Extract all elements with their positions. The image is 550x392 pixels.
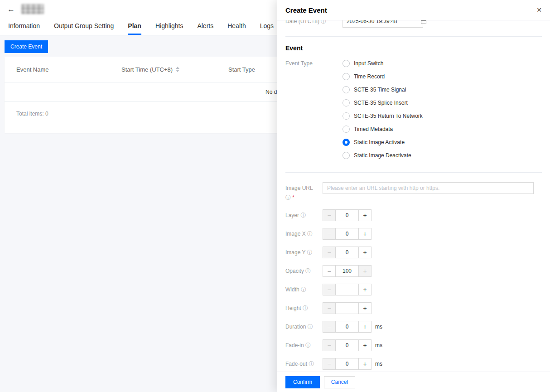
info-icon: ⓘ [300,212,306,218]
decrement-button[interactable]: − [323,358,336,370]
confirm-button[interactable]: Confirm [285,376,320,388]
radio-icon[interactable] [343,99,350,106]
increment-button[interactable]: + [358,209,371,221]
fade-in-stepper: − + [323,339,371,351]
decrement-button[interactable]: − [323,284,336,295]
height-stepper: − + [323,302,371,314]
radio-icon[interactable] [343,112,350,120]
date-label-text: Date (UTC+8) [285,20,319,24]
increment-button[interactable]: + [358,265,371,277]
fade-out-stepper: − + [323,358,371,370]
height-label: Height ⓘ [285,305,323,312]
image-url-label: Image URL ⓘ* [285,182,323,201]
radio-time-record[interactable]: Time Record [343,70,423,83]
field-image-url: Image URL ⓘ* [285,182,542,201]
info-icon: ⓘ [305,268,311,274]
tab-logs[interactable]: Logs [260,22,274,35]
radio-icon[interactable] [343,60,350,67]
required-mark: * [292,194,294,201]
info-icon: ⓘ [308,324,313,330]
duration-input[interactable] [336,321,358,333]
radio-static-image-activate[interactable]: Static Image Activate [343,136,423,149]
opacity-input[interactable] [336,265,358,277]
width-input[interactable] [336,284,358,295]
tab-health[interactable]: Health [227,22,246,35]
increment-button[interactable]: + [358,339,371,351]
divider [285,172,542,173]
field-fade-in: Fade-in ⓘ − + ms [285,339,542,351]
increment-button[interactable]: + [358,247,371,258]
decrement-button[interactable]: − [323,209,336,221]
decrement-button[interactable]: − [323,265,336,277]
increment-button[interactable]: + [358,321,371,333]
layer-stepper: − + [323,209,371,221]
date-label: Date (UTC+8) ⓘ [285,20,343,25]
unit-suffix: ms [375,324,382,330]
opacity-label: Opacity ⓘ [285,267,323,275]
field-opacity: Opacity ⓘ − + [285,265,542,277]
increment-button[interactable]: + [358,228,371,240]
radio-icon[interactable] [343,152,350,159]
radio-label: Timed Metadata [354,126,393,132]
tab-alerts[interactable]: Alerts [197,22,213,35]
radio-scte35-return-to-network[interactable]: SCTE-35 Return To Network [343,109,423,122]
image-y-input[interactable] [336,247,358,258]
tab-information[interactable]: Information [8,22,40,35]
back-arrow-icon[interactable]: ← [7,5,15,13]
radio-label: SCTE-35 Splice Insert [354,100,408,106]
field-width: Width ⓘ − + [285,284,542,295]
field-fade-out: Fade-out ⓘ − + ms [285,358,542,370]
info-icon: ⓘ [303,305,308,311]
layer-input[interactable] [336,209,358,221]
field-duration: Duration ⓘ − + ms [285,321,542,333]
tab-plan[interactable]: Plan [128,22,141,35]
radio-static-image-deactivate[interactable]: Static Image Deactivate [343,149,423,162]
radio-icon[interactable] [343,86,350,93]
info-icon: ⓘ [307,231,313,237]
fade-out-input[interactable] [336,358,358,370]
cancel-button[interactable]: Cancel [324,376,355,388]
height-input[interactable] [336,302,358,314]
tab-output-group-setting[interactable]: Output Group Setting [54,22,114,35]
date-picker[interactable] [343,20,423,28]
radio-timed-metadata[interactable]: Timed Metadata [343,122,423,136]
column-header-event-name: Event Name [16,66,121,73]
fade-out-label: Fade-out ⓘ [285,360,323,368]
radio-icon[interactable] [343,126,350,133]
radio-icon[interactable] [343,73,350,80]
field-date: Date (UTC+8) ⓘ [285,20,542,28]
create-event-button[interactable]: Create Event [5,40,48,53]
increment-button[interactable]: + [358,302,371,314]
increment-button[interactable]: + [358,358,371,370]
info-icon: ⓘ [307,249,313,256]
event-type-label-text: Event Type [285,60,313,67]
fade-in-label: Fade-in ⓘ [285,342,323,349]
drawer-body: Date (UTC+8) ⓘ Event Event Type [277,20,550,372]
date-input[interactable] [343,20,420,24]
fade-in-input[interactable] [336,339,358,351]
image-url-input[interactable] [323,182,534,194]
decrement-button[interactable]: − [323,247,336,258]
radio-input-switch[interactable]: Input Switch [343,57,423,70]
decrement-button[interactable]: − [323,228,336,240]
radio-label: SCTE-35 Time Signal [354,87,406,93]
calendar-icon[interactable] [420,20,427,24]
increment-button[interactable]: + [358,284,371,295]
radio-label: SCTE-35 Return To Network [354,113,423,119]
decrement-button[interactable]: − [323,339,336,351]
close-icon[interactable]: ✕ [536,6,542,14]
radio-scte35-time-signal[interactable]: SCTE-35 Time Signal [343,83,423,96]
field-height: Height ⓘ − + [285,302,542,314]
unit-suffix: ms [375,361,382,367]
info-icon: ⓘ [301,286,306,293]
image-x-input[interactable] [336,228,358,240]
decrement-button[interactable]: − [323,321,336,333]
sort-icon[interactable] [176,67,179,72]
radio-scte35-splice-insert[interactable]: SCTE-35 Splice Insert [343,96,423,109]
image-x-label: Image X ⓘ [285,230,323,237]
decrement-button[interactable]: − [323,302,336,314]
radio-selected-icon[interactable] [343,139,350,146]
radio-label: Time Record [354,73,385,80]
tab-highlights[interactable]: Highlights [155,22,183,35]
column-header-start-time[interactable]: Start Time (UTC+8) [121,66,228,73]
